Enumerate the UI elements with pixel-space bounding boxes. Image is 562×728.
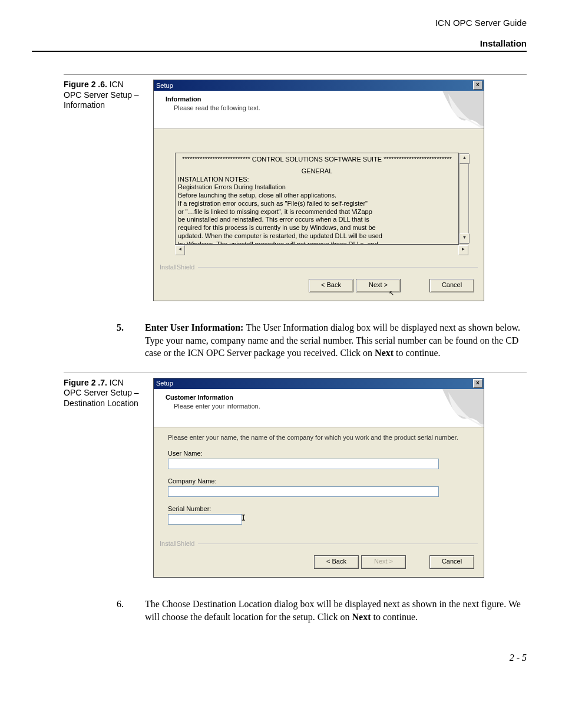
- company-name-label: Company Name:: [168, 477, 470, 485]
- company-name-field[interactable]: [168, 486, 439, 497]
- setup-body: Please enter your name, the name of the …: [154, 427, 484, 538]
- scroll-left-icon[interactable]: ◄: [175, 245, 185, 255]
- figure-2-6-caption: Figure 2 .6. ICN OPC Server Setup –Infor…: [64, 80, 143, 308]
- info-l7: by Windows. The uninstall procedure will…: [178, 241, 456, 245]
- button-row: < BackNext >Cancel: [154, 549, 484, 577]
- titlebar: Setup ×: [154, 378, 484, 389]
- setup-body: *************************** CONTROL SOLU…: [154, 129, 484, 261]
- header-rule: [32, 51, 527, 52]
- info-notes: INSTALLATION NOTES:: [178, 176, 456, 184]
- step-5-text: Enter User Information: The User Informa…: [145, 321, 527, 360]
- cursor-arrow-icon: ↖: [389, 289, 394, 297]
- info-content: *************************** CONTROL SOLU…: [176, 153, 458, 244]
- info-reg: Registration Errors During Installation: [178, 183, 456, 192]
- close-icon[interactable]: ×: [473, 379, 482, 388]
- setup-header-title: Customer Information: [166, 394, 472, 401]
- text-cursor-icon: I: [241, 513, 246, 522]
- close-icon[interactable]: ×: [473, 81, 482, 90]
- back-button[interactable]: < Back: [314, 555, 359, 569]
- setup-header-sub: Please read the following text.: [174, 104, 472, 111]
- page-curl-icon: [442, 389, 484, 427]
- info-l5: required for this process is currently i…: [178, 224, 456, 232]
- scroll-down-icon[interactable]: ▼: [459, 233, 470, 243]
- info-general: GENERAL: [178, 167, 456, 176]
- header-guide: ICN OPC Server Guide: [32, 18, 527, 28]
- next-button[interactable]: Next >: [361, 555, 406, 569]
- figure-2-6-row: Figure 2 .6. ICN OPC Server Setup –Infor…: [64, 74, 527, 308]
- info-l4: be uninstalled and reinstalled. This err…: [178, 216, 456, 224]
- info-banner: *************************** CONTROL SOLU…: [178, 156, 456, 164]
- button-row: < BackNext >↖Cancel: [154, 273, 484, 301]
- header-section: Installation: [32, 38, 527, 48]
- instructions-text: Please enter your name, the name of the …: [168, 433, 470, 442]
- window-title: Setup: [156, 82, 173, 89]
- figure-2-7-caption: Figure 2 .7. ICN OPC Server Setup –Desti…: [64, 378, 143, 585]
- scroll-up-icon[interactable]: ▲: [459, 154, 470, 164]
- cancel-button[interactable]: Cancel: [429, 279, 474, 292]
- step-6-num: 6.: [117, 598, 145, 623]
- page-curl-icon: [442, 91, 484, 129]
- page-number: 2 - 5: [32, 653, 527, 663]
- window-title: Setup: [156, 380, 173, 387]
- info-l6: updated. When the computer is restarted,…: [178, 232, 456, 241]
- setup-header: Customer Information Please enter your i…: [154, 389, 484, 427]
- info-l3: or "…file is linked to missing export", …: [178, 208, 456, 216]
- cancel-button[interactable]: Cancel: [429, 555, 474, 569]
- user-name-label: User Name:: [168, 450, 470, 457]
- setup-header-title: Information: [166, 95, 472, 103]
- serial-number-field[interactable]: [168, 514, 242, 525]
- user-name-field[interactable]: [168, 459, 439, 469]
- figure-num: Figure 2 .7.: [64, 378, 107, 387]
- info-l1: Before launching the setup, close all ot…: [178, 192, 456, 200]
- step-6: 6. The Choose Destination Location dialo…: [117, 598, 527, 623]
- back-button[interactable]: < Back: [309, 279, 353, 292]
- titlebar: Setup ×: [154, 80, 484, 91]
- installshield-brand: InstallShield: [154, 540, 484, 547]
- setup-information-window: Setup × Information Please read the foll…: [153, 80, 484, 301]
- setup-header-sub: Please enter your information.: [174, 403, 472, 410]
- step-5: 5. Enter User Information: The User Info…: [117, 321, 527, 360]
- step-5-num: 5.: [117, 321, 145, 360]
- step-6-text: The Choose Destination Location dialog b…: [145, 598, 527, 623]
- info-l2: If a registration error occurs, such as …: [178, 200, 456, 208]
- scrollbar-vertical[interactable]: ▲ ▼: [459, 153, 469, 244]
- setup-header: Information Please read the following te…: [154, 91, 484, 129]
- setup-customer-window: Setup × Customer Information Please ente…: [153, 378, 484, 578]
- installshield-brand: InstallShield: [154, 263, 484, 271]
- figure-num: Figure 2 .6.: [64, 80, 107, 89]
- figure-2-7-row: Figure 2 .7. ICN OPC Server Setup –Desti…: [64, 373, 527, 585]
- scroll-right-icon[interactable]: ►: [458, 245, 468, 255]
- info-textarea[interactable]: *************************** CONTROL SOLU…: [175, 153, 459, 245]
- scrollbar-horizontal[interactable]: ◄ ►: [175, 245, 468, 255]
- serial-number-label: Serial Number:: [168, 505, 470, 512]
